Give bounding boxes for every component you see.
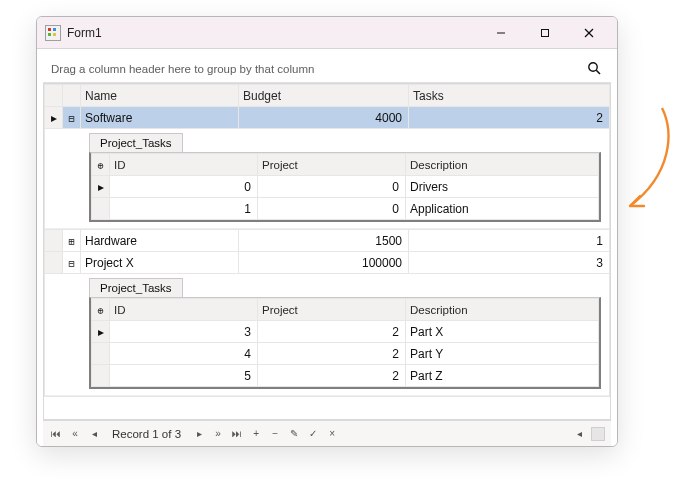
cell-name[interactable]: Software	[81, 107, 239, 129]
column-header-row[interactable]: Name Budget Tasks	[45, 85, 610, 107]
nav-scroll-left[interactable]: ◂	[572, 427, 586, 441]
detail-col-project[interactable]: Project	[258, 154, 406, 176]
row-indicator	[92, 365, 110, 387]
nav-scroll-right[interactable]	[591, 427, 605, 441]
row-indicator	[92, 198, 110, 220]
master-row[interactable]: ⊟Project X1000003	[45, 252, 610, 274]
detail-grid[interactable]: ⊕IDProjectDescription▸32Part X42Part Y52…	[89, 297, 601, 389]
svg-line-5	[596, 70, 600, 74]
column-header-tasks[interactable]: Tasks	[409, 85, 610, 107]
row-indicator: ▸	[92, 176, 110, 198]
detail-row[interactable]: ▸32Part X	[92, 321, 599, 343]
cell-description[interactable]: Application	[406, 198, 599, 220]
app-window: Form1 Drag a column header here to group…	[36, 16, 618, 447]
nav-last-button[interactable]: ⏭	[230, 427, 244, 441]
cell-id[interactable]: 4	[110, 343, 258, 365]
nav-save-button[interactable]: ✓	[306, 427, 320, 441]
annotation-arrow	[618, 104, 676, 216]
row-indicator: ▸	[45, 107, 63, 129]
detail-col-id[interactable]: ID	[110, 154, 258, 176]
detail-row[interactable]: 10Application	[92, 198, 599, 220]
cell-name[interactable]: Hardware	[81, 230, 239, 252]
row-indicator: ▸	[92, 321, 110, 343]
cell-id[interactable]: 5	[110, 365, 258, 387]
row-indicator	[45, 252, 63, 274]
column-header-name[interactable]: Name	[81, 85, 239, 107]
group-by-hint: Drag a column header here to group by th…	[51, 63, 314, 75]
cell-tasks[interactable]: 1	[409, 230, 610, 252]
detail-col-id[interactable]: ID	[110, 299, 258, 321]
row-indicator	[92, 343, 110, 365]
search-icon[interactable]	[585, 60, 603, 78]
detail-row[interactable]: 52Part Z	[92, 365, 599, 387]
detail-header-row[interactable]: ⊕IDProjectDescription	[92, 299, 599, 321]
app-icon	[45, 25, 61, 41]
nav-prev-page-button[interactable]: «	[68, 427, 82, 441]
cell-budget[interactable]: 100000	[239, 252, 409, 274]
group-by-bar[interactable]: Drag a column header here to group by th…	[43, 55, 611, 83]
cell-description[interactable]: Part Z	[406, 365, 599, 387]
expand-button[interactable]: ⊟	[63, 252, 81, 274]
expand-button[interactable]: ⊟	[63, 107, 81, 129]
detail-row[interactable]: 42Part Y	[92, 343, 599, 365]
column-header-budget[interactable]: Budget	[239, 85, 409, 107]
master-row[interactable]: ▸⊟Software40002	[45, 107, 610, 129]
detail-container-row: Project_Tasks⊕IDProjectDescription▸00Dri…	[45, 129, 610, 230]
cell-project[interactable]: 0	[258, 198, 406, 220]
nav-next-page-button[interactable]: »	[211, 427, 225, 441]
detail-tab[interactable]: Project_Tasks	[89, 278, 183, 297]
window-title: Form1	[67, 26, 479, 40]
cell-budget[interactable]: 4000	[239, 107, 409, 129]
cell-name[interactable]: Project X	[81, 252, 239, 274]
minimize-button[interactable]	[479, 18, 523, 48]
nav-first-button[interactable]: ⏮	[49, 427, 63, 441]
detail-col-description[interactable]: Description	[406, 154, 599, 176]
expand-header	[63, 85, 81, 107]
cell-id[interactable]: 0	[110, 176, 258, 198]
nav-add-button[interactable]: +	[249, 427, 263, 441]
svg-rect-1	[542, 29, 549, 36]
cell-budget[interactable]: 1500	[239, 230, 409, 252]
data-navigator[interactable]: ⏮ « ◂ Record 1 of 3 ▸ » ⏭ + − ✎ ✓ × ◂	[43, 420, 611, 446]
nav-prev-button[interactable]: ◂	[87, 427, 101, 441]
detail-col-project[interactable]: Project	[258, 299, 406, 321]
detail-header-row[interactable]: ⊕IDProjectDescription	[92, 154, 599, 176]
cell-id[interactable]: 1	[110, 198, 258, 220]
detail-tab[interactable]: Project_Tasks	[89, 133, 183, 152]
titlebar[interactable]: Form1	[37, 17, 617, 49]
cell-tasks[interactable]: 2	[409, 107, 610, 129]
detail-row[interactable]: ▸00Drivers	[92, 176, 599, 198]
cell-tasks[interactable]: 3	[409, 252, 610, 274]
nav-delete-button[interactable]: −	[268, 427, 282, 441]
svg-point-4	[588, 63, 596, 71]
close-button[interactable]	[567, 18, 611, 48]
row-indicator	[45, 230, 63, 252]
detail-grid[interactable]: ⊕IDProjectDescription▸00Drivers10Applica…	[89, 152, 601, 222]
nav-edit-button[interactable]: ✎	[287, 427, 301, 441]
detail-col-description[interactable]: Description	[406, 299, 599, 321]
master-grid[interactable]: Name Budget Tasks ▸⊟Software40002Project…	[43, 83, 611, 420]
cell-project[interactable]: 0	[258, 176, 406, 198]
cell-id[interactable]: 3	[110, 321, 258, 343]
cell-project[interactable]: 2	[258, 343, 406, 365]
nav-next-button[interactable]: ▸	[192, 427, 206, 441]
detail-container-row: Project_Tasks⊕IDProjectDescription▸32Par…	[45, 274, 610, 397]
cell-description[interactable]: Part X	[406, 321, 599, 343]
expand-button[interactable]: ⊞	[63, 230, 81, 252]
cell-description[interactable]: Part Y	[406, 343, 599, 365]
detail-row-selector-header[interactable]: ⊕	[92, 299, 110, 321]
cell-project[interactable]: 2	[258, 365, 406, 387]
maximize-button[interactable]	[523, 18, 567, 48]
cell-project[interactable]: 2	[258, 321, 406, 343]
row-indicator-header	[45, 85, 63, 107]
detail-row-selector-header[interactable]: ⊕	[92, 154, 110, 176]
nav-record-text: Record 1 of 3	[106, 428, 187, 440]
cell-description[interactable]: Drivers	[406, 176, 599, 198]
master-row[interactable]: ⊞Hardware15001	[45, 230, 610, 252]
grid-panel: Drag a column header here to group by th…	[37, 49, 617, 446]
nav-cancel-button[interactable]: ×	[325, 427, 339, 441]
